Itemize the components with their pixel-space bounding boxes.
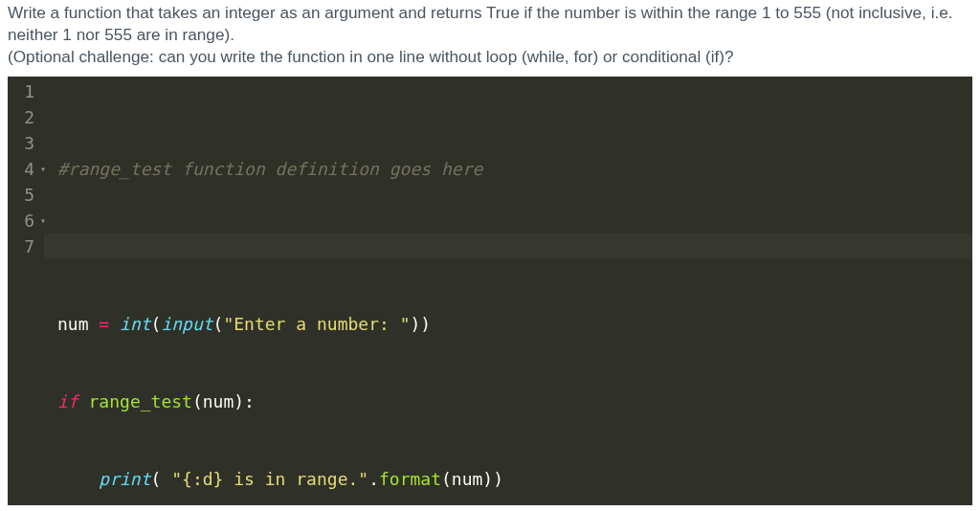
code-line xyxy=(57,233,972,259)
code-line: #range_test function definition goes her… xyxy=(57,156,972,182)
code-editor[interactable]: 1 2 3 4▾ 5 6▾ 7 #range_test function def… xyxy=(8,77,972,505)
code-area[interactable]: #range_test function definition goes her… xyxy=(44,77,972,505)
problem-statement: Write a function that takes an integer a… xyxy=(0,0,980,77)
line-number: 2 xyxy=(17,104,34,130)
code-line: if range_test(num): xyxy=(57,389,972,414)
line-number: 1 xyxy=(17,78,34,104)
code-line: print( "{:d} is in range.".format(num)) xyxy=(57,466,972,492)
line-number: 7 xyxy=(17,233,34,259)
line-number: 5 xyxy=(17,182,34,208)
code-line: num = int(input("Enter a number: ")) xyxy=(57,311,972,337)
line-number: 3 xyxy=(17,130,34,156)
problem-line-1: Write a function that takes an integer a… xyxy=(8,2,972,46)
problem-line-2: (Optional challenge: can you write the f… xyxy=(8,46,972,68)
line-number: 4▾ xyxy=(17,156,34,182)
line-number: 6▾ xyxy=(17,208,34,233)
line-number-gutter: 1 2 3 4▾ 5 6▾ 7 xyxy=(8,77,44,505)
